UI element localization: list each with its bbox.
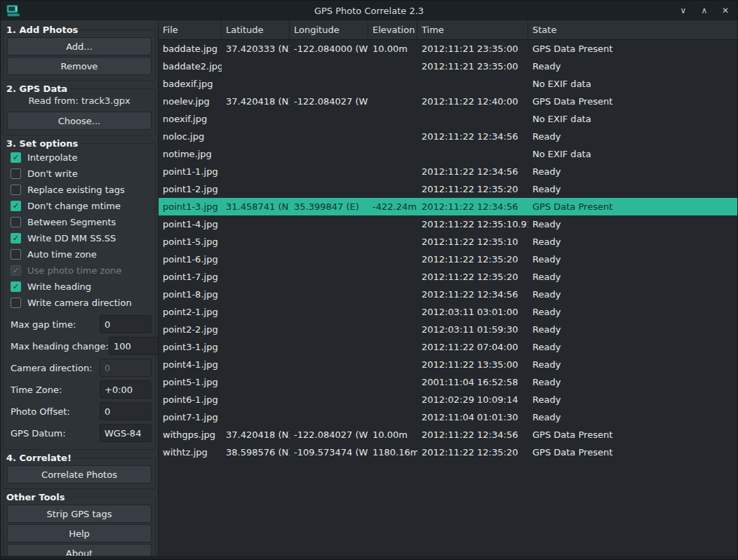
strip-gps-tags-button[interactable]: Strip GPS tags — [7, 505, 152, 523]
option-interpolate[interactable]: Interpolate — [7, 149, 152, 166]
add-button[interactable]: Add... — [7, 37, 152, 55]
camera-direction-input — [100, 359, 152, 377]
checkbox-icon[interactable] — [11, 168, 21, 179]
cell-time: 2012:11:22 12:35:20 — [417, 180, 528, 198]
cell-file: point6-1.jpg — [159, 391, 222, 408]
other-tools-buttons: Strip GPS tagsHelpAbout — [7, 505, 152, 556]
table-row-baddate-jpg[interactable]: baddate.jpg37.420333 (N)-122.084000 (W)1… — [159, 40, 737, 58]
cell-time — [417, 110, 528, 128]
max-heading-change-input[interactable] — [109, 337, 159, 355]
table-row-badexif-jpg[interactable]: badexif.jpgNo EXIF data — [159, 75, 737, 93]
column-header-latitude[interactable]: Latitude — [222, 20, 290, 39]
table-row-point6-1-jpg[interactable]: point6-1.jpg2012:02:29 10:09:14Ready — [159, 391, 737, 408]
table-row-point1-7-jpg[interactable]: point1-7.jpg2012:11:22 12:35:20Ready — [159, 268, 737, 286]
about-button[interactable]: About — [7, 544, 152, 556]
table-row-notime-jpg[interactable]: notime.jpgNo EXIF data — [159, 145, 737, 163]
table-row-point7-1-jpg[interactable]: point7-1.jpg2012:11:04 01:01:30Ready — [159, 408, 737, 426]
choose-gpx-button[interactable]: Choose... — [7, 112, 152, 130]
close-button[interactable]: ✕ — [719, 4, 732, 17]
table-row-noexif-jpg[interactable]: noexif.jpgNo EXIF data — [159, 110, 737, 128]
table-row-withtz-jpg[interactable]: withtz.jpg38.598576 (N)-109.573474 (W)11… — [159, 444, 737, 461]
checkbox-icon[interactable] — [11, 152, 21, 163]
column-header-longitude[interactable]: Longitude — [290, 20, 368, 39]
window-controls: ∨ ∧ ✕ — [677, 4, 732, 17]
cell-state: Ready — [528, 286, 737, 303]
column-header-state[interactable]: State — [528, 20, 737, 39]
cell-latitude — [222, 251, 290, 268]
cell-longitude — [290, 233, 368, 251]
checkbox-icon[interactable] — [11, 281, 21, 292]
cell-longitude — [290, 286, 368, 303]
cell-state: Ready — [528, 303, 737, 321]
checkbox-label: Write heading — [27, 281, 91, 292]
field-label: Time Zone: — [11, 385, 62, 395]
field-label: Photo Offset: — [11, 406, 70, 417]
column-header-file[interactable]: File — [159, 20, 222, 39]
table-row-withgps-jpg[interactable]: withgps.jpg37.420418 (N)-122.084027 (W)1… — [159, 426, 737, 444]
table-row-baddate2-jpg[interactable]: baddate2.jpg2012:11:21 23:35:00Ready — [159, 58, 737, 75]
cell-file: notime.jpg — [159, 145, 222, 163]
option-don-t-change-mtime[interactable]: Don't change mtime — [7, 198, 152, 214]
checkbox-icon[interactable] — [11, 298, 21, 308]
table-row-point4-1-jpg[interactable]: point4-1.jpg2012:11:22 13:35:00Ready — [159, 356, 737, 373]
cell-state: Ready — [528, 233, 737, 251]
option-write-dd-mm-ss-ss[interactable]: Write DD MM SS.SS — [7, 230, 152, 246]
option-between-segments[interactable]: Between Segments — [7, 214, 152, 230]
cell-elevation — [368, 286, 417, 303]
correlate-photos-button[interactable]: Correlate Photos — [7, 465, 152, 484]
table-row-point2-1-jpg[interactable]: point2-1.jpg2012:03:11 03:01:00Ready — [159, 303, 737, 321]
checkbox-icon[interactable] — [11, 185, 21, 195]
table-row-point1-4-jpg[interactable]: point1-4.jpg2012:11:22 12:35:10.91Ready — [159, 215, 737, 233]
cell-time: 2012:11:22 12:34:56 — [417, 286, 528, 303]
cell-longitude — [290, 303, 368, 321]
cell-time: 2012:11:22 12:34:56 — [417, 426, 528, 444]
remove-button[interactable]: Remove — [7, 57, 152, 75]
option-replace-existing-tags[interactable]: Replace existing tags — [7, 182, 152, 198]
group-gps-data: 2. GPS Data Read from: track3.gpx Choose… — [3, 88, 156, 135]
cell-elevation: 10.00m — [368, 426, 417, 444]
cell-elevation — [368, 75, 417, 93]
cell-longitude — [290, 180, 368, 198]
option-auto-time-zone[interactable]: Auto time zone — [7, 246, 152, 262]
checkbox-icon[interactable] — [11, 201, 21, 211]
table-row-point1-1-jpg[interactable]: point1-1.jpg2012:11:22 12:34:56Ready — [159, 163, 737, 180]
table-row-point1-3-jpg[interactable]: point1-3.jpg31.458741 (N)35.399847 (E)-4… — [159, 198, 737, 215]
maximize-button[interactable]: ∧ — [698, 4, 711, 17]
minimize-button[interactable]: ∨ — [677, 4, 690, 17]
column-header-elevation[interactable]: Elevation — [368, 20, 417, 39]
option-write-camera-direction[interactable]: Write camera direction — [7, 295, 152, 311]
cell-elevation — [368, 58, 417, 75]
cell-file: point1-8.jpg — [159, 286, 222, 303]
time-zone-input[interactable] — [100, 380, 152, 399]
photo-offset-input[interactable] — [100, 402, 152, 420]
table-row-point2-2-jpg[interactable]: point2-2.jpg2012:03:11 01:59:30Ready — [159, 321, 737, 338]
checkbox-label: Between Segments — [27, 217, 116, 227]
table-row-point1-6-jpg[interactable]: point1-6.jpg2012:11:22 12:35:20Ready — [159, 251, 737, 268]
cell-elevation: 1180.16m — [368, 444, 417, 461]
table-row-point1-5-jpg[interactable]: point1-5.jpg2012:11:22 12:35:10Ready — [159, 233, 737, 251]
table-row-noloc-jpg[interactable]: noloc.jpg2012:11:22 12:34:56Ready — [159, 128, 737, 145]
cell-time: 2012:11:22 12:35:20 — [417, 251, 528, 268]
table-row-noelev-jpg[interactable]: noelev.jpg37.420418 (N)-122.084027 (W)20… — [159, 93, 737, 110]
help-button[interactable]: Help — [7, 524, 152, 542]
table-row-point5-1-jpg[interactable]: point5-1.jpg2001:11:04 16:52:58Ready — [159, 373, 737, 391]
option-don-t-write[interactable]: Don't write — [7, 166, 152, 182]
cell-elevation — [368, 128, 417, 145]
cell-latitude — [222, 75, 290, 93]
checkbox-icon[interactable] — [11, 217, 21, 227]
option-write-heading[interactable]: Write heading — [7, 279, 152, 295]
cell-time — [417, 75, 528, 93]
cell-latitude — [222, 215, 290, 233]
cell-file: point5-1.jpg — [159, 373, 222, 391]
column-header-time[interactable]: Time — [417, 20, 528, 39]
checkbox-icon[interactable] — [11, 249, 21, 260]
max-gap-time-input[interactable] — [100, 315, 152, 333]
cell-state: Ready — [528, 338, 737, 356]
cell-state: Ready — [528, 58, 737, 75]
table-row-point1-8-jpg[interactable]: point1-8.jpg2012:11:22 12:34:56Ready — [159, 286, 737, 303]
table-row-point3-1-jpg[interactable]: point3-1.jpg2012:11:22 07:04:00Ready — [159, 338, 737, 356]
cell-elevation — [368, 145, 417, 163]
table-row-point1-2-jpg[interactable]: point1-2.jpg2012:11:22 12:35:20Ready — [159, 180, 737, 198]
gps-datum-input[interactable] — [100, 424, 152, 442]
checkbox-icon[interactable] — [11, 233, 21, 244]
